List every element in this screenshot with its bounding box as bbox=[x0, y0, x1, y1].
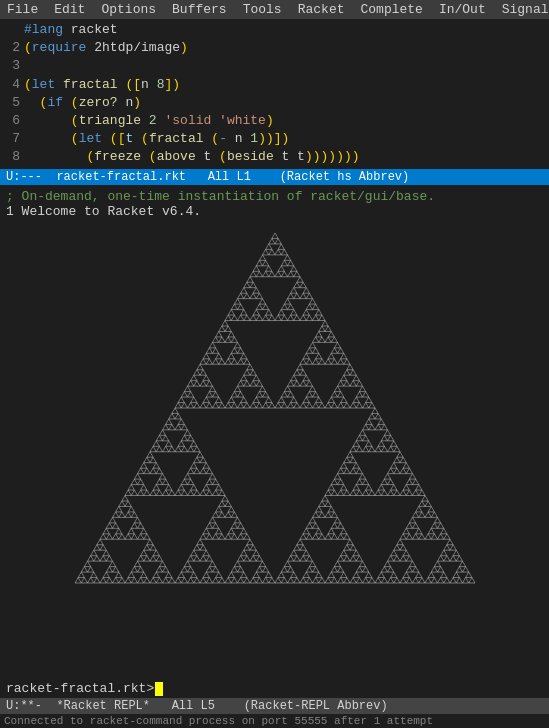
svg-marker-170 bbox=[193, 577, 199, 582]
svg-marker-440 bbox=[318, 358, 324, 363]
svg-marker-454 bbox=[334, 342, 340, 347]
svg-marker-285 bbox=[225, 336, 231, 341]
svg-marker-549 bbox=[337, 555, 343, 560]
svg-marker-46 bbox=[128, 528, 134, 533]
menu-tools[interactable]: Tools bbox=[240, 1, 285, 18]
menu-buffers[interactable]: Buffers bbox=[169, 1, 230, 18]
svg-marker-301 bbox=[234, 386, 240, 391]
svg-marker-419 bbox=[300, 369, 306, 374]
svg-marker-345 bbox=[256, 304, 262, 309]
svg-marker-601 bbox=[365, 440, 371, 445]
svg-marker-145 bbox=[190, 462, 196, 467]
svg-marker-196 bbox=[215, 528, 221, 533]
svg-marker-73 bbox=[153, 572, 159, 577]
svg-marker-659 bbox=[393, 555, 399, 560]
svg-marker-153 bbox=[200, 490, 206, 495]
code-line-2: 2 (require 2htdp/image) bbox=[4, 39, 545, 57]
svg-marker-166 bbox=[184, 561, 190, 566]
svg-marker-159 bbox=[212, 490, 218, 495]
svg-marker-78 bbox=[162, 577, 168, 582]
svg-marker-33 bbox=[112, 533, 118, 538]
svg-marker-676 bbox=[403, 528, 409, 533]
svg-marker-185 bbox=[212, 566, 218, 571]
svg-marker-221 bbox=[237, 566, 243, 571]
menu-options[interactable]: Options bbox=[98, 1, 159, 18]
svg-marker-409 bbox=[284, 386, 290, 391]
svg-marker-567 bbox=[325, 490, 331, 495]
svg-marker-316 bbox=[253, 397, 259, 402]
svg-marker-189 bbox=[200, 533, 206, 538]
line-num-5: 5 bbox=[4, 94, 20, 112]
svg-marker-182 bbox=[206, 577, 212, 582]
svg-marker-645 bbox=[412, 490, 418, 495]
svg-marker-347 bbox=[262, 304, 268, 309]
svg-marker-284 bbox=[225, 325, 231, 330]
svg-marker-90 bbox=[137, 468, 143, 473]
svg-marker-406 bbox=[278, 397, 284, 402]
menu-racket[interactable]: Racket bbox=[295, 1, 348, 18]
svg-marker-219 bbox=[231, 566, 237, 571]
svg-marker-395 bbox=[306, 293, 312, 298]
svg-marker-696 bbox=[431, 522, 437, 527]
svg-marker-357 bbox=[262, 271, 268, 276]
svg-marker-337 bbox=[246, 276, 252, 281]
svg-marker-513 bbox=[300, 533, 306, 538]
svg-marker-709 bbox=[440, 572, 446, 577]
svg-marker-323 bbox=[268, 402, 274, 407]
svg-marker-61 bbox=[140, 572, 146, 577]
svg-marker-21 bbox=[106, 566, 112, 571]
svg-marker-298 bbox=[228, 397, 234, 402]
menu-edit[interactable]: Edit bbox=[51, 1, 88, 18]
svg-marker-443 bbox=[318, 336, 324, 341]
svg-marker-175 bbox=[196, 539, 202, 544]
svg-marker-291 bbox=[231, 347, 237, 352]
svg-marker-269 bbox=[218, 402, 224, 407]
svg-marker-271 bbox=[203, 353, 209, 358]
svg-marker-336 bbox=[243, 282, 249, 287]
menu-inout[interactable]: In/Out bbox=[436, 1, 489, 18]
svg-marker-439 bbox=[315, 353, 321, 358]
svg-marker-401 bbox=[312, 304, 318, 309]
svg-marker-444 bbox=[318, 325, 324, 330]
svg-marker-701 bbox=[443, 533, 449, 538]
svg-marker-600 bbox=[362, 446, 368, 451]
svg-marker-642 bbox=[406, 479, 412, 484]
svg-marker-258 bbox=[200, 380, 206, 385]
svg-marker-449 bbox=[331, 336, 337, 341]
svg-marker-275 bbox=[212, 347, 218, 352]
svg-marker-484 bbox=[365, 397, 371, 402]
menu-complete[interactable]: Complete bbox=[357, 1, 425, 18]
menu-file[interactable]: File bbox=[4, 1, 41, 18]
svg-marker-630 bbox=[387, 468, 393, 473]
svg-marker-135 bbox=[175, 490, 181, 495]
svg-marker-396 bbox=[300, 315, 306, 320]
svg-marker-551 bbox=[343, 555, 349, 560]
svg-marker-310 bbox=[246, 364, 252, 369]
repl-prompt[interactable]: racket-fractal.rkt> bbox=[0, 679, 549, 698]
svg-marker-130 bbox=[184, 429, 190, 434]
menu-signals[interactable]: Signals bbox=[499, 1, 549, 18]
svg-marker-392 bbox=[300, 282, 306, 287]
svg-marker-644 bbox=[412, 479, 418, 484]
svg-marker-394 bbox=[303, 287, 309, 292]
svg-marker-493 bbox=[290, 572, 296, 577]
svg-marker-703 bbox=[428, 572, 434, 577]
svg-marker-210 bbox=[231, 522, 237, 527]
svg-marker-498 bbox=[293, 544, 299, 549]
svg-marker-260 bbox=[206, 380, 212, 385]
svg-marker-726 bbox=[462, 577, 468, 582]
svg-marker-233 bbox=[256, 555, 262, 560]
svg-marker-167 bbox=[187, 566, 193, 571]
svg-marker-151 bbox=[203, 462, 209, 467]
svg-marker-597 bbox=[356, 435, 362, 440]
svg-marker-475 bbox=[353, 375, 359, 380]
svg-marker-133 bbox=[190, 440, 196, 445]
svg-marker-724 bbox=[459, 561, 465, 566]
svg-marker-111 bbox=[156, 435, 162, 440]
svg-marker-110 bbox=[156, 446, 162, 451]
svg-marker-592 bbox=[365, 484, 371, 489]
svg-marker-83 bbox=[131, 490, 137, 495]
svg-marker-82 bbox=[128, 484, 134, 489]
svg-marker-509 bbox=[312, 566, 318, 571]
svg-marker-239 bbox=[262, 566, 268, 571]
